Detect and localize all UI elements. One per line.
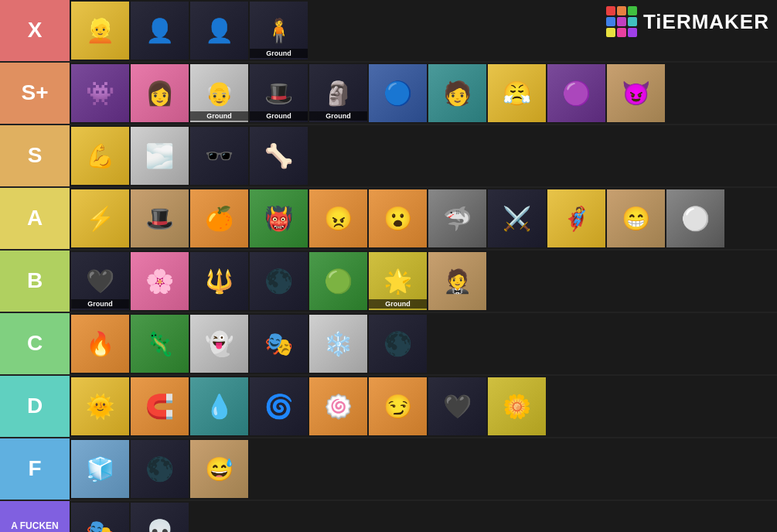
- list-item[interactable]: ⚪: [666, 189, 724, 247]
- list-item[interactable]: 👤: [131, 2, 189, 60]
- logo-cell: [606, 17, 615, 26]
- list-item[interactable]: 👹: [250, 189, 308, 247]
- list-item[interactable]: 🌫️: [131, 127, 189, 185]
- char-label: Ground: [71, 299, 129, 309]
- avatar: 🌫️: [131, 127, 189, 185]
- list-item[interactable]: 🦈: [428, 189, 486, 247]
- list-item[interactable]: 😏: [369, 377, 427, 435]
- avatar: 💧: [190, 377, 248, 435]
- logo-cell: [628, 17, 637, 26]
- list-item[interactable]: 🦸: [547, 189, 605, 247]
- avatar: 😮: [369, 189, 427, 247]
- list-item[interactable]: ⚡: [71, 189, 129, 247]
- list-item[interactable]: 🖤: [428, 377, 486, 435]
- tier-row-b: B 🖤 Ground 🌸 🔱 🌑 🟢 🌟 Ground: [0, 251, 777, 313]
- list-item[interactable]: 😤: [488, 64, 546, 122]
- list-item[interactable]: 🌑: [250, 252, 308, 310]
- avatar: 👾: [71, 64, 129, 122]
- list-item[interactable]: 😠: [309, 189, 367, 247]
- list-item[interactable]: 🧊: [71, 440, 129, 498]
- avatar: ⚔️: [488, 189, 546, 247]
- list-item[interactable]: 🔵: [369, 64, 427, 122]
- avatar: 🧲: [131, 377, 189, 435]
- list-item[interactable]: 🎭: [71, 503, 129, 532]
- list-item[interactable]: 🌟 Ground: [369, 252, 427, 310]
- list-item[interactable]: 🗿 Ground: [309, 64, 367, 122]
- list-item[interactable]: 🍊: [190, 189, 248, 247]
- list-item[interactable]: 💧: [190, 377, 248, 435]
- list-item[interactable]: 🌑: [131, 440, 189, 498]
- logo-cell: [606, 6, 615, 15]
- list-item[interactable]: 🟣: [547, 64, 605, 122]
- logo-cell: [606, 28, 615, 37]
- logo-cell: [628, 6, 637, 15]
- avatar: 🦸: [547, 189, 605, 247]
- avatar: 🌼: [488, 377, 546, 435]
- list-item[interactable]: 🍥: [309, 377, 367, 435]
- list-item[interactable]: 🧑: [428, 64, 486, 122]
- list-item[interactable]: 🦎: [131, 315, 189, 373]
- tier-row-a: A ⚡ 🎩 🍊 👹 😠 😮 🦈 ⚔️: [0, 188, 777, 251]
- avatar: 👤: [190, 2, 248, 60]
- list-item[interactable]: 🧍 Ground: [250, 2, 308, 60]
- list-item[interactable]: 🔱: [190, 252, 248, 310]
- avatar: 🌑: [369, 315, 427, 373]
- avatar: 🍊: [190, 189, 248, 247]
- list-item[interactable]: 🌑: [369, 315, 427, 373]
- list-item[interactable]: 🕶️: [190, 127, 248, 185]
- list-item[interactable]: 👻: [190, 315, 248, 373]
- list-item[interactable]: 🖤 Ground: [71, 252, 129, 310]
- list-item[interactable]: 👤: [190, 2, 248, 60]
- list-item[interactable]: 🎩: [131, 189, 189, 247]
- char-label: Ground: [250, 49, 308, 58]
- list-item[interactable]: 👾: [71, 64, 129, 122]
- avatar: 🤵: [428, 252, 486, 310]
- list-item[interactable]: 😁: [607, 189, 665, 247]
- list-item[interactable]: 👩: [131, 64, 189, 122]
- avatar: 😅: [190, 440, 248, 498]
- list-item[interactable]: 😮: [369, 189, 427, 247]
- list-item[interactable]: 🎭: [250, 315, 308, 373]
- tier-label-s: S: [0, 125, 70, 186]
- list-item[interactable]: 🧲: [131, 377, 189, 435]
- avatar: 🦎: [131, 315, 189, 373]
- list-item[interactable]: ⚔️: [488, 189, 546, 247]
- list-item[interactable]: ❄️: [309, 315, 367, 373]
- list-item[interactable]: 💀: [131, 503, 189, 532]
- list-item[interactable]: 🟢: [309, 252, 367, 310]
- app-title: TiERMAKER: [643, 10, 769, 34]
- list-item[interactable]: 🤵: [428, 252, 486, 310]
- list-item[interactable]: 😈: [607, 64, 665, 122]
- tier-items-dead: 🎭 💀: [70, 501, 777, 532]
- avatar: 🎭: [250, 315, 308, 373]
- tier-items-a: ⚡ 🎩 🍊 👹 😠 😮 🦈 ⚔️ �: [70, 188, 777, 249]
- list-item[interactable]: 🌀: [250, 377, 308, 435]
- app-header: TiERMAKER: [606, 6, 769, 37]
- list-item[interactable]: 🦴: [250, 127, 308, 185]
- list-item[interactable]: 🎩 Ground: [250, 64, 308, 122]
- tier-label-c: C: [0, 313, 70, 374]
- list-item[interactable]: 🌸: [131, 252, 189, 310]
- avatar: 😁: [607, 189, 665, 247]
- list-item[interactable]: 👴 Ground: [190, 64, 248, 122]
- list-item[interactable]: 🌞: [71, 377, 129, 435]
- tier-items-b: 🖤 Ground 🌸 🔱 🌑 🟢 🌟 Ground 🤵: [70, 251, 777, 312]
- avatar: 🌞: [71, 377, 129, 435]
- logo-cell: [617, 6, 626, 15]
- list-item[interactable]: 💪: [71, 127, 129, 185]
- tier-label-d: D: [0, 376, 70, 437]
- list-item[interactable]: 👱: [71, 2, 129, 60]
- list-item[interactable]: 😅: [190, 440, 248, 498]
- avatar: 🌀: [250, 377, 308, 435]
- avatar: 🔱: [190, 252, 248, 310]
- avatar: 👩: [131, 64, 189, 122]
- tier-row-d: D 🌞 🧲 💧 🌀 🍥 😏 🖤 🌼: [0, 376, 777, 438]
- avatar: 🎭: [71, 503, 129, 532]
- avatar: 👹: [250, 189, 308, 247]
- avatar: 😤: [488, 64, 546, 122]
- list-item[interactable]: 🌼: [488, 377, 546, 435]
- list-item[interactable]: 🔥: [71, 315, 129, 373]
- logo-cell: [617, 17, 626, 26]
- tier-label-b: B: [0, 251, 70, 312]
- tier-row-f: F 🧊 🌑 😅: [0, 438, 777, 501]
